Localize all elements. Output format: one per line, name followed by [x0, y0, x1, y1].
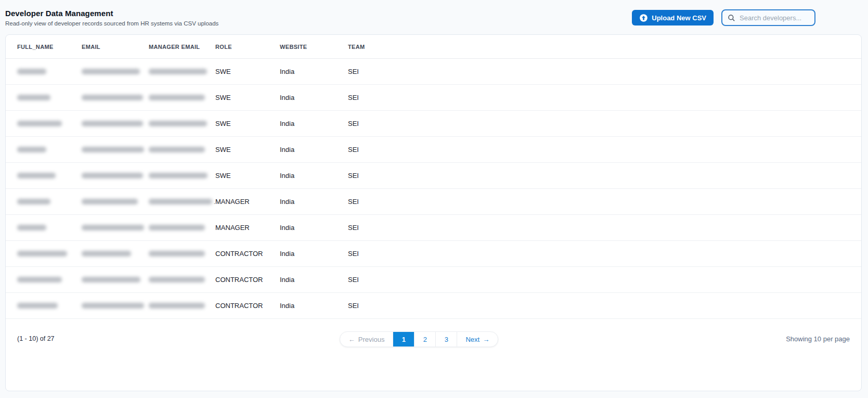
cell-full-name [17, 147, 82, 152]
cell-team: SEI [348, 224, 861, 232]
redacted-manager-email [149, 173, 208, 178]
upload-new-csv-button[interactable]: Upload New CSV [632, 10, 714, 25]
table-row[interactable]: . MANAGER India SEI [6, 189, 861, 215]
cell-website: India [280, 120, 348, 127]
redacted-full-name [17, 251, 67, 256]
developers-table-card: FULL_NAME EMAIL MANAGER EMAIL ROLE WEBSI… [5, 34, 862, 391]
redacted-email [82, 303, 144, 309]
next-page-button[interactable]: Next → [457, 332, 498, 346]
cell-manager-email [149, 147, 215, 152]
cell-team: SEI [348, 68, 861, 75]
redacted-full-name [17, 95, 50, 100]
cell-role: CONTRACTOR [215, 302, 280, 310]
cell-website: India [280, 276, 348, 284]
table-row[interactable]: SWE India SEI [6, 137, 861, 163]
table-body: SWE India SEI SWE India SEI [6, 59, 861, 319]
cell-full-name [17, 303, 82, 309]
cell-website: India [280, 250, 348, 258]
table-row[interactable]: SWE India SEI [6, 163, 861, 189]
redacted-email [82, 173, 143, 178]
cell-full-name [17, 95, 82, 100]
redacted-full-name [17, 121, 62, 126]
search-input[interactable] [740, 14, 809, 22]
redacted-full-name [17, 69, 46, 74]
cell-role: SWE [215, 146, 280, 153]
pagination: ← Previous 1 2 3 Next → [340, 331, 498, 347]
range-label: (1 - 10) of 27 [17, 331, 354, 342]
cell-manager-email: . [149, 198, 215, 206]
table-row[interactable]: CONTRACTOR India SEI [6, 293, 861, 319]
cell-website: India [280, 198, 348, 206]
cell-role: CONTRACTOR [215, 276, 280, 284]
previous-page-button[interactable]: ← Previous [340, 332, 394, 346]
title-block: Developer Data Management Read-only view… [5, 9, 218, 27]
table-row[interactable]: CONTRACTOR India SEI [6, 267, 861, 293]
cell-email [82, 121, 149, 126]
cell-role: CONTRACTOR [215, 250, 280, 258]
column-header-full-name: FULL_NAME [17, 44, 82, 50]
arrow-left-icon: ← [348, 336, 355, 343]
cell-team: SEI [348, 146, 861, 153]
redacted-email [82, 95, 143, 100]
cell-full-name [17, 121, 82, 126]
cell-role: MANAGER [215, 224, 280, 232]
cell-website: India [280, 302, 348, 310]
table-row[interactable]: SWE India SEI [6, 85, 861, 111]
previous-label: Previous [358, 336, 385, 343]
page-button-1[interactable]: 1 [393, 332, 414, 346]
cell-team: SEI [348, 276, 861, 284]
table-row[interactable]: SWE India SEI [6, 111, 861, 137]
table-row[interactable]: MANAGER India SEI [6, 215, 861, 241]
page-button-2[interactable]: 2 [414, 332, 436, 346]
table-row[interactable]: CONTRACTOR India SEI [6, 241, 861, 267]
column-header-website: WEBSITE [280, 44, 348, 50]
search-box[interactable] [721, 9, 815, 26]
cell-full-name [17, 199, 82, 204]
page-subtitle: Read-only view of developer records sour… [5, 20, 218, 27]
redacted-manager-email [149, 225, 205, 230]
redacted-email [82, 277, 140, 283]
redacted-email [82, 251, 131, 256]
column-header-role: ROLE [215, 44, 280, 50]
topbar: Developer Data Management Read-only view… [0, 0, 868, 34]
cell-email [82, 251, 149, 256]
cell-role: MANAGER [215, 198, 280, 206]
redacted-manager-email [149, 277, 205, 283]
cell-website: India [280, 68, 348, 75]
cell-team: SEI [348, 120, 861, 127]
cell-manager-email [149, 95, 215, 100]
redacted-manager-email [149, 95, 205, 100]
next-label: Next [465, 336, 480, 343]
cell-role: SWE [215, 120, 280, 127]
redacted-email [82, 225, 144, 230]
cell-email [82, 173, 149, 178]
cell-role: SWE [215, 172, 280, 179]
redacted-full-name [17, 225, 46, 230]
redacted-full-name [17, 199, 50, 204]
cell-website: India [280, 94, 348, 101]
cell-email [82, 199, 149, 204]
cell-website: India [280, 146, 348, 153]
cell-role: SWE [215, 94, 280, 101]
cell-email [82, 69, 149, 74]
cell-email [82, 277, 149, 283]
cell-manager-email [149, 173, 215, 178]
header-controls: Upload New CSV [632, 9, 815, 26]
cell-team: SEI [348, 198, 861, 206]
column-header-email: EMAIL [82, 44, 149, 50]
cell-website: India [280, 172, 348, 179]
redacted-email [82, 199, 138, 204]
cell-team: SEI [348, 250, 861, 258]
table-row[interactable]: SWE India SEI [6, 59, 861, 85]
redacted-manager-email [149, 121, 207, 126]
upload-button-label: Upload New CSV [652, 14, 706, 22]
redacted-manager-email [149, 147, 205, 152]
table-header-row: FULL_NAME EMAIL MANAGER EMAIL ROLE WEBSI… [6, 35, 861, 59]
redacted-full-name [17, 277, 62, 283]
cell-email [82, 225, 149, 230]
column-header-manager-email: MANAGER EMAIL [149, 44, 215, 50]
column-header-team: TEAM [348, 44, 861, 50]
page-button-3[interactable]: 3 [436, 332, 457, 346]
cell-website: India [280, 224, 348, 232]
per-page-label: Showing 10 per page [513, 331, 850, 343]
